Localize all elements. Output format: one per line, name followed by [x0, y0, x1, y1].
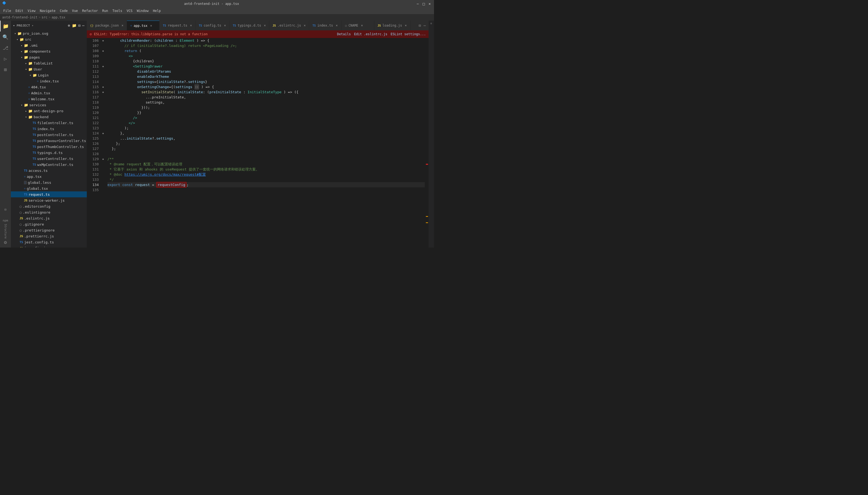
activity-settings[interactable]: ⚙ — [0, 237, 11, 248]
tab-cname[interactable]: ○ CNAME × — [342, 21, 374, 30]
sidebar-settings-icon[interactable]: ⋯ — [82, 23, 85, 28]
maximize-btn[interactable]: □ — [421, 2, 426, 6]
scrollbar-overview[interactable] — [425, 38, 429, 248]
menu-file[interactable]: File — [1, 8, 13, 13]
tree-serviceworker[interactable]: ▸ JS service-worker.js — [11, 197, 87, 203]
tab-requestts[interactable]: TS request.ts × — [160, 21, 196, 30]
notifications-label[interactable]: ⊟ — [430, 23, 433, 24]
tree-root[interactable]: ▾ 📁 pro_icon.svg — [11, 30, 87, 36]
tab-indexts[interactable]: TS index.ts × — [309, 21, 342, 30]
tab-typingsdts[interactable]: TS typings.d.ts × — [230, 21, 269, 30]
tree-gitignore[interactable]: ▸ ○ .gitignore — [11, 221, 87, 227]
tree-usercontroller[interactable]: ▸ TS userController.ts — [11, 156, 87, 161]
close-btn[interactable]: × — [428, 2, 432, 6]
tree-user[interactable]: ▾ 📁 User — [11, 66, 87, 72]
tree-typings[interactable]: ▸ TS typings.d.ts — [11, 150, 87, 156]
error-settings-btn[interactable]: ESLint settings... — [390, 32, 426, 36]
tree-requestts[interactable]: ▸ TS request.ts — [11, 191, 87, 197]
activity-structure[interactable]: Structure — [0, 226, 11, 237]
activity-bookmarks[interactable]: ⊟ — [0, 204, 11, 215]
tree-login[interactable]: ▾ 📁 Login — [11, 72, 87, 78]
menu-vcs[interactable]: VCS — [124, 8, 135, 13]
tab-close-apptsx[interactable]: × — [150, 24, 152, 28]
tree-filecontroller[interactable]: ▸ TS fileController.ts — [11, 120, 87, 126]
tab-loadingjs[interactable]: JS loading.js × — [374, 21, 411, 30]
sidebar-new-file-icon[interactable]: ⊕ — [68, 23, 70, 28]
error-details-btn[interactable]: Details — [337, 32, 351, 36]
tab-close-loadingjs[interactable]: × — [405, 23, 406, 28]
tree-backend[interactable]: ▾ 📁 backend — [11, 114, 87, 120]
tree-admin[interactable]: ▸ ⚛ Admin.tsx — [11, 90, 87, 96]
breadcrumb-src[interactable]: src — [41, 15, 48, 19]
tab-close-indexts[interactable]: × — [336, 23, 338, 28]
minimize-btn[interactable]: − — [416, 2, 420, 6]
tree-prettierignore[interactable]: ▸ ○ .prettierignore — [11, 227, 87, 233]
tree-apptsx[interactable]: ▸ ⚛ app.tsx — [11, 173, 87, 180]
error-edit-btn[interactable]: Edit .eslintrc.js — [354, 32, 387, 36]
activity-vcs[interactable]: ⎇ — [0, 42, 11, 53]
tab-package-json[interactable]: {} package.json × — [87, 21, 127, 30]
tree-prettierrc[interactable]: ▸ JS .prettierrc.js — [11, 233, 87, 239]
tab-apptsx[interactable]: ⚛ app.tsx × — [127, 21, 160, 30]
tab-close-requestts[interactable]: × — [190, 23, 192, 28]
more-tabs-btn[interactable]: ⋯ — [423, 23, 427, 28]
activity-extensions[interactable]: ⊞ — [0, 64, 11, 75]
menu-help[interactable]: Help — [151, 8, 163, 13]
menu-refactor[interactable]: Refactor — [80, 8, 100, 13]
sidebar-new-folder-icon[interactable]: 📁 — [72, 23, 77, 28]
tree-indextsx[interactable]: ▸ ⚛ index.tsx — [11, 78, 87, 84]
tree-services[interactable]: ▾ 📁 services — [11, 102, 87, 108]
code-area[interactable]: childrenRender: (children : Element ) =>… — [105, 38, 425, 248]
tab-close-package[interactable]: × — [121, 23, 123, 28]
activity-explorer[interactable]: 📁 — [0, 21, 11, 31]
tab-close-configts[interactable]: × — [224, 23, 226, 28]
menu-code[interactable]: Code — [58, 8, 70, 13]
activity-run[interactable]: ▷ — [0, 53, 11, 64]
split-editor-btn[interactable]: ⊟ — [418, 23, 421, 28]
tab-close-typings[interactable]: × — [264, 23, 266, 28]
menu-tools[interactable]: Tools — [111, 8, 124, 13]
fold-124[interactable]: ◆ — [101, 131, 105, 136]
menu-navigate[interactable]: Navigate — [38, 8, 58, 13]
tree-eslintignore[interactable]: ▸ ○ .eslintignore — [11, 209, 87, 215]
tree-postfavour[interactable]: ▸ TS postFavourController.ts — [11, 138, 87, 144]
tree-umi[interactable]: ▸ 📁 .umi — [11, 42, 87, 48]
breadcrumb-root[interactable]: antd-frontend-init — [2, 15, 37, 19]
tab-eslintrcjs[interactable]: JS .eslintrc.js × — [269, 21, 309, 30]
tree-tablelist[interactable]: ▸ 📁 TableList — [11, 60, 87, 66]
tree-antdesignpro[interactable]: ▸ 📁 ant-design-pro — [11, 108, 87, 114]
tree-welcome[interactable]: ▸ ⚛ Welcome.tsx — [11, 96, 87, 102]
tree-globalless[interactable]: ▸ L global.less — [11, 180, 87, 185]
token[interactable]: https://umijs.org/docs/max/request#配置 — [124, 172, 206, 177]
tree-pages[interactable]: ▾ 📁 pages — [11, 54, 87, 60]
fold-116[interactable]: ◆ — [101, 89, 105, 95]
menu-vue[interactable]: Vue — [70, 8, 80, 13]
menu-edit[interactable]: Edit — [13, 8, 26, 13]
tab-close-cname[interactable]: × — [361, 23, 363, 28]
tree-components[interactable]: ▸ 📁 components — [11, 48, 87, 54]
tree-postthumb[interactable]: ▸ TS postThumbController.ts — [11, 144, 87, 150]
fold-111[interactable]: ◆ — [101, 64, 105, 69]
tree-jsconfig[interactable]: ▸ {} jsconfig.json — [11, 245, 87, 248]
tree-jest[interactable]: ▸ TS jest.config.ts — [11, 239, 87, 245]
tree-postcontroller[interactable]: ▸ TS postController.ts — [11, 132, 87, 138]
tree-src[interactable]: ▾ 📁 src — [11, 36, 87, 42]
fold-108[interactable]: ◆ — [101, 48, 105, 53]
fold-129[interactable]: ◆ — [101, 156, 105, 161]
activity-search[interactable]: 🔍 — [0, 31, 11, 42]
tab-close-eslintrc[interactable]: × — [304, 23, 306, 28]
fold-115[interactable]: ◆ — [101, 84, 105, 89]
breadcrumb-file[interactable]: app.tsx — [52, 15, 65, 19]
menu-run[interactable]: Run — [100, 8, 111, 13]
tree-editorconfig[interactable]: ▸ ○ .editorconfig — [11, 203, 87, 209]
tree-eslintrc[interactable]: ▸ JS .eslintrc.js — [11, 215, 87, 221]
tree-404[interactable]: ▸ ⚛ 404.tsx — [11, 84, 87, 90]
tree-access[interactable]: ▸ TS access.ts — [11, 168, 87, 173]
menu-view[interactable]: View — [26, 8, 38, 13]
fold-106[interactable]: ◆ — [101, 38, 105, 43]
menu-window[interactable]: Window — [135, 8, 151, 13]
tree-backend-index[interactable]: ▸ TS index.ts — [11, 126, 87, 132]
tab-configts[interactable]: TS config.ts × — [196, 21, 230, 30]
sidebar-collapse-icon[interactable]: ⊟ — [78, 23, 81, 28]
tree-wxmpcontroller[interactable]: ▸ TS wxMpController.ts — [11, 161, 87, 168]
